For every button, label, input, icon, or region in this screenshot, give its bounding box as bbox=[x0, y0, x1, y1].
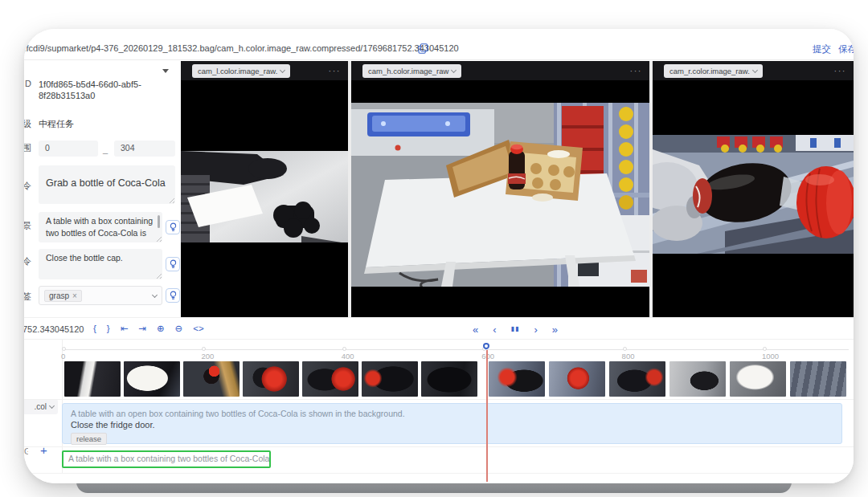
frame-thumbnail[interactable] bbox=[64, 361, 121, 397]
current-timestamp: 752.343045120 bbox=[24, 324, 84, 334]
tick-dot bbox=[62, 347, 66, 351]
frame-thumbnail[interactable] bbox=[790, 361, 846, 397]
frame-thumbnail[interactable] bbox=[609, 361, 665, 397]
camera-panel-right: cam_r.color.image_raw. ··· bbox=[653, 61, 854, 317]
tick-label: 800 bbox=[622, 352, 635, 361]
range-end-input[interactable]: 304 bbox=[114, 141, 175, 157]
sidebar: D 1f0fd865-b5d4-66d0-abf5-8f28b31513a0 级… bbox=[24, 61, 181, 317]
tag-remove-icon[interactable]: × bbox=[72, 291, 77, 300]
keyframe-in-icon[interactable]: { bbox=[93, 324, 96, 334]
frame-thumbnail[interactable] bbox=[669, 361, 726, 397]
chevron-down-icon bbox=[451, 67, 457, 72]
camera-panel-head: cam_h.color.image_raw ··· bbox=[351, 61, 649, 317]
camera-topic-select[interactable]: cam_h.color.image_raw bbox=[362, 64, 461, 78]
annotation-app-window: zfcdi9/supmarket/p4-376_20260129_181532.… bbox=[24, 29, 854, 483]
collapse-caret-icon[interactable] bbox=[162, 69, 169, 73]
camera-image-head bbox=[351, 103, 649, 287]
ai-suggest-button[interactable] bbox=[166, 257, 180, 271]
tick-label: 0 bbox=[61, 352, 65, 361]
tick-label: 400 bbox=[342, 352, 354, 361]
field-label-instruction: 令 bbox=[24, 180, 31, 192]
camera-image-right bbox=[653, 135, 854, 254]
fit-range-icon[interactable]: <> bbox=[193, 324, 203, 334]
field-label-id: D bbox=[24, 79, 31, 88]
tick-label: 200 bbox=[201, 352, 214, 361]
submit-button[interactable]: 提交 bbox=[813, 44, 831, 54]
camera-header: cam_r.color.image_raw. ··· bbox=[653, 61, 854, 80]
camera-menu-icon[interactable]: ··· bbox=[630, 66, 643, 75]
camera-panel-left: cam_l.color.image_raw. ··· bbox=[181, 61, 348, 317]
camera-grid: cam_l.color.image_raw. ··· bbox=[181, 61, 854, 317]
annotation-skill-tag: release bbox=[71, 433, 107, 445]
frame-thumbnail[interactable] bbox=[421, 361, 477, 397]
tick-dot bbox=[623, 347, 627, 351]
annotation-command-text: Close the fridge door. bbox=[71, 419, 833, 430]
instruction-textarea[interactable]: Grab a bottle of Coca-Cola bbox=[39, 165, 175, 204]
save-button[interactable]: 保存 bbox=[838, 44, 854, 54]
seek-far-forward-button[interactable]: » bbox=[552, 324, 558, 335]
background-window-edge bbox=[76, 482, 792, 493]
task-type-value: 中程任务 bbox=[39, 118, 74, 129]
track-label: .col bbox=[34, 402, 47, 411]
ai-suggest-button[interactable] bbox=[166, 220, 180, 234]
playback-controls: «‹▮▮›» bbox=[473, 318, 558, 340]
playhead-line[interactable] bbox=[486, 350, 488, 482]
camera-menu-icon[interactable]: ··· bbox=[834, 66, 847, 75]
tick-dot bbox=[763, 347, 767, 351]
filmstrip bbox=[24, 361, 854, 397]
zoom-out-icon[interactable]: ⊖ bbox=[175, 324, 183, 334]
zoom-in-icon[interactable]: ⊕ bbox=[157, 324, 165, 334]
scrollbar-thumb[interactable] bbox=[158, 215, 160, 228]
chevron-down-icon bbox=[49, 403, 55, 409]
frame-thumbnail[interactable] bbox=[362, 361, 418, 397]
seek-far-back-button[interactable]: « bbox=[473, 324, 478, 335]
frame-thumbnail[interactable] bbox=[549, 361, 605, 397]
frame-thumbnail[interactable] bbox=[489, 361, 545, 397]
playhead-pin[interactable] bbox=[483, 343, 489, 349]
timeline-tools: {}⇤⇥⊕⊖<> bbox=[93, 318, 204, 340]
field-label-scene: 景 bbox=[24, 220, 31, 232]
camera-header: cam_h.color.image_raw ··· bbox=[351, 61, 649, 80]
lightbulb-icon bbox=[169, 291, 178, 300]
add-annotation-button[interactable]: + bbox=[40, 443, 47, 457]
camera-header: cam_l.color.image_raw. ··· bbox=[181, 61, 348, 80]
jump-end-icon[interactable]: ⇥ bbox=[138, 324, 146, 334]
tag-label: grasp bbox=[49, 291, 69, 300]
step-forward-button[interactable]: › bbox=[534, 324, 537, 335]
camera-menu-icon[interactable]: ··· bbox=[329, 66, 342, 75]
range-start-input[interactable]: 0 bbox=[39, 141, 98, 157]
annotation-segment-2-selected[interactable]: A table with a box containing two bottle… bbox=[62, 450, 271, 468]
chevron-down-icon bbox=[152, 291, 158, 297]
camera-topic-select[interactable]: cam_l.color.image_raw. bbox=[192, 64, 290, 78]
camera-topic-label: cam_h.color.image_raw bbox=[368, 67, 448, 75]
scene-textarea[interactable]: A table with a box containing two bottle… bbox=[39, 212, 162, 242]
track-selector[interactable]: .col bbox=[24, 399, 58, 414]
annotation-segment-1[interactable]: A table with an open box containing two … bbox=[62, 403, 842, 444]
keyframe-out-icon[interactable]: } bbox=[107, 324, 110, 334]
ai-suggest-button[interactable] bbox=[166, 288, 180, 303]
frame-thumbnail[interactable] bbox=[243, 361, 299, 397]
field-label-range: 围 bbox=[24, 142, 31, 154]
ruler[interactable]: 02004006008001000 bbox=[24, 340, 854, 361]
lightbulb-icon bbox=[169, 259, 178, 269]
step-back-button[interactable]: ‹ bbox=[493, 324, 496, 335]
chevron-down-icon bbox=[752, 67, 758, 72]
row-divider bbox=[24, 446, 854, 447]
gutter-fragment: G bbox=[24, 446, 28, 456]
frame-thumbnail[interactable] bbox=[730, 361, 786, 397]
ruler-line bbox=[64, 349, 849, 350]
camera-topic-select[interactable]: cam_r.color.image_raw. bbox=[664, 64, 763, 78]
pause-button[interactable]: ▮▮ bbox=[511, 326, 520, 332]
field-label-tags: 签 bbox=[24, 291, 31, 303]
command-textarea[interactable]: Close the bottle cap. bbox=[39, 249, 162, 279]
chevron-down-icon bbox=[280, 67, 285, 72]
frame-thumbnail[interactable] bbox=[183, 361, 240, 397]
tick-label: 600 bbox=[481, 352, 494, 361]
skill-tag-select[interactable]: grasp× bbox=[39, 286, 162, 305]
frame-thumbnail[interactable] bbox=[302, 361, 358, 397]
jump-start-icon[interactable]: ⇤ bbox=[121, 324, 129, 334]
copy-icon[interactable] bbox=[418, 43, 428, 53]
annotation-scene-text: A table with an open box containing two … bbox=[71, 408, 833, 419]
tick-dot bbox=[342, 347, 346, 351]
frame-thumbnail[interactable] bbox=[124, 361, 180, 397]
